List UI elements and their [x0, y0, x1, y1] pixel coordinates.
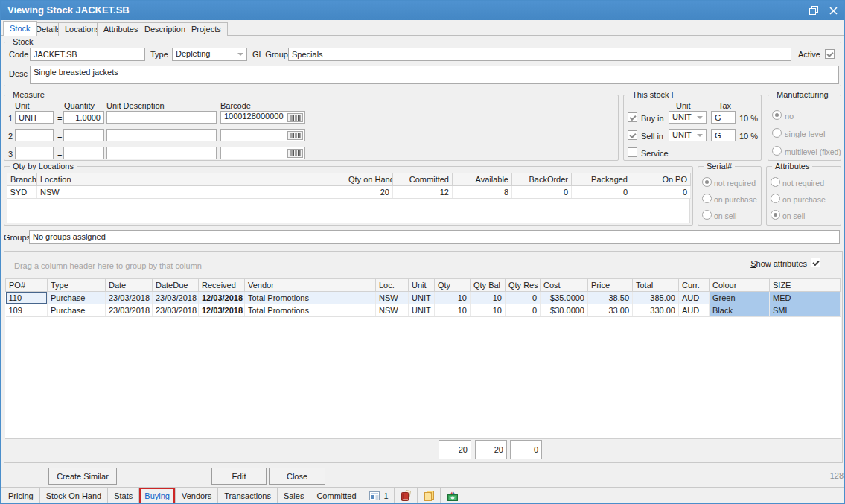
cell-po[interactable]: 110	[6, 292, 48, 304]
cell-packaged[interactable]: 0	[572, 186, 631, 199]
bottom-tab-vendors[interactable]: Vendors	[176, 488, 217, 504]
col-header-vendor[interactable]: Vendor	[245, 279, 376, 292]
cell-colour[interactable]: Green	[710, 292, 770, 304]
unit-input-3[interactable]	[15, 147, 54, 159]
col-header-type[interactable]: Type	[48, 279, 106, 292]
unit-description-input-2[interactable]	[106, 129, 217, 141]
col-header-available[interactable]: Available	[453, 173, 512, 186]
col-header-backorder[interactable]: BackOrder	[512, 173, 572, 186]
quantity-input-2[interactable]	[63, 129, 104, 141]
bottom-tab-buying[interactable]: Buying	[139, 488, 175, 504]
col-header-packaged[interactable]: Packaged	[572, 173, 631, 186]
col-header-total[interactable]: Total	[633, 279, 679, 292]
col-header-received[interactable]: Received	[199, 279, 245, 292]
col-header-price[interactable]: Price	[588, 279, 633, 292]
cell-loc[interactable]: NSW	[376, 304, 409, 317]
cell-backorder[interactable]: 0	[512, 186, 572, 199]
code-input[interactable]	[30, 48, 145, 61]
gl-group-input[interactable]	[288, 48, 791, 61]
unit-description-input-1[interactable]	[106, 111, 217, 124]
bottom-tab-sales[interactable]: Sales	[278, 488, 310, 504]
close-action-button[interactable]: Close	[269, 468, 325, 485]
cell-datedue[interactable]: 23/03/2018	[153, 292, 199, 304]
quantity-input-1[interactable]	[63, 111, 104, 124]
cell-qty-bal[interactable]: 10	[471, 292, 506, 304]
cell-size[interactable]: MED	[770, 292, 841, 304]
table-row[interactable]: 109 Purchase 23/03/2018 23/03/2018 12/03…	[6, 304, 841, 317]
cell-available[interactable]: 8	[453, 186, 512, 199]
unit-input-1[interactable]	[15, 111, 54, 124]
cell-curr[interactable]: AUD	[679, 304, 710, 317]
cell-total[interactable]: 385.00	[633, 292, 679, 304]
bottom-tab-stock-on-hand[interactable]: Stock On Hand	[40, 488, 108, 504]
cell-cost[interactable]: $30.0000	[541, 304, 588, 317]
buy-unit-select[interactable]: UNIT	[669, 111, 707, 124]
cell-qty-res[interactable]: 0	[506, 304, 541, 317]
sell-unit-select[interactable]: UNIT	[669, 129, 707, 141]
col-header-po[interactable]: PO#	[6, 279, 48, 292]
barcode-button[interactable]	[287, 131, 303, 140]
col-header-committed[interactable]: Committed	[393, 173, 453, 186]
barcode-input-2[interactable]	[220, 129, 305, 141]
table-row[interactable]: 110 Purchase 23/03/2018 23/03/2018 12/03…	[6, 292, 841, 304]
cell-qty-bal[interactable]: 10	[471, 304, 506, 317]
bottom-tab-stats[interactable]: Stats	[108, 488, 138, 504]
cell-qty[interactable]: 10	[435, 304, 471, 317]
bottom-tab-committed[interactable]: Committed	[310, 488, 362, 504]
cell-loc[interactable]: NSW	[376, 292, 409, 304]
bottom-tab-transactions[interactable]: Transactions	[218, 488, 277, 504]
col-header-curr[interactable]: Curr.	[679, 279, 710, 292]
cell-received[interactable]: 12/03/2018	[199, 304, 245, 317]
cell-on-po[interactable]: 0	[631, 186, 691, 199]
edit-button[interactable]: Edit	[211, 468, 267, 485]
barcode-button[interactable]	[287, 113, 303, 122]
buy-tax-input[interactable]	[711, 111, 736, 124]
create-similar-button[interactable]: Create Similar	[48, 468, 117, 485]
col-header-colour[interactable]: Colour	[710, 279, 770, 292]
desc-input[interactable]: Single breasted jackets	[30, 66, 839, 84]
cell-po[interactable]: 109	[6, 304, 48, 317]
col-header-size[interactable]: SIZE	[770, 279, 841, 292]
cell-vendor[interactable]: Total Promotions	[245, 292, 376, 304]
cell-type[interactable]: Purchase	[48, 304, 106, 317]
col-header-qty[interactable]: Qty	[435, 279, 471, 292]
type-select[interactable]: Depleting	[172, 48, 247, 61]
col-header-qty-res[interactable]: Qty Res	[506, 279, 541, 292]
cell-cost[interactable]: $35.0000	[541, 292, 588, 304]
cell-size[interactable]: SML	[770, 304, 841, 317]
col-header-location[interactable]: Location	[37, 173, 345, 186]
cell-committed[interactable]: 12	[393, 186, 453, 199]
report-button[interactable]: 1	[363, 488, 394, 504]
col-header-cost[interactable]: Cost	[541, 279, 588, 292]
cell-location[interactable]: NSW	[37, 186, 345, 199]
cell-type[interactable]: Purchase	[48, 292, 106, 304]
cell-date[interactable]: 23/03/2018	[106, 292, 153, 304]
cell-datedue[interactable]: 23/03/2018	[153, 304, 199, 317]
cell-qty-on-hand[interactable]: 20	[345, 186, 393, 199]
location-row[interactable]: SYD NSW 20 12 8 0 0 0	[7, 186, 691, 199]
cell-price[interactable]: 38.50	[588, 292, 633, 304]
col-header-loc[interactable]: Loc.	[376, 279, 409, 292]
cell-branch[interactable]: SYD	[7, 186, 37, 199]
cell-price[interactable]: 33.00	[588, 304, 633, 317]
show-attributes-checkbox[interactable]	[811, 258, 820, 267]
tab-projects[interactable]: Projects	[185, 22, 228, 36]
barcode-input-1[interactable]: 1000128000000	[220, 111, 305, 124]
cell-vendor[interactable]: Total Promotions	[245, 304, 376, 317]
col-header-qty-bal[interactable]: Qty Bal	[471, 279, 506, 292]
unit-input-2[interactable]	[15, 129, 54, 141]
quantity-input-3[interactable]	[63, 147, 104, 159]
copy-button[interactable]	[418, 488, 440, 504]
col-header-unit[interactable]: Unit	[409, 279, 435, 292]
sell-tax-input[interactable]	[711, 129, 736, 141]
cell-unit[interactable]: UNIT	[409, 304, 435, 317]
cell-colour[interactable]: Black	[710, 304, 770, 317]
cell-qty[interactable]: 10	[435, 292, 471, 304]
col-header-branch[interactable]: Branch	[7, 173, 37, 186]
barcode-input-3[interactable]	[220, 147, 305, 159]
cell-date[interactable]: 23/03/2018	[106, 304, 153, 317]
col-header-datedue[interactable]: DateDue	[153, 279, 199, 292]
promotion-button[interactable]	[441, 488, 465, 504]
cell-total[interactable]: 330.00	[633, 304, 679, 317]
cell-received[interactable]: 12/03/2018	[199, 292, 245, 304]
